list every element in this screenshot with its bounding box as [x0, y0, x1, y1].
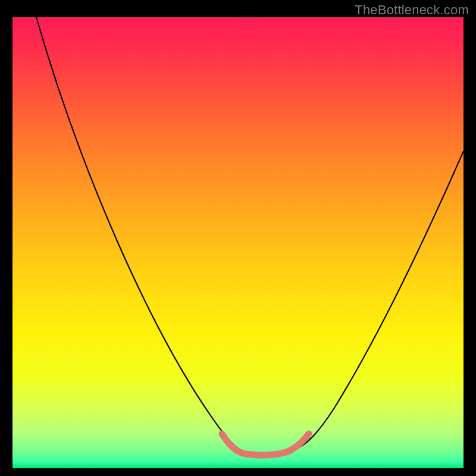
plot-area: [12, 17, 464, 468]
chart-stage: TheBottleneck.com: [0, 0, 476, 476]
gradient-fill: [12, 17, 464, 468]
plot-svg: [12, 17, 464, 468]
watermark-text: TheBottleneck.com: [355, 2, 469, 18]
